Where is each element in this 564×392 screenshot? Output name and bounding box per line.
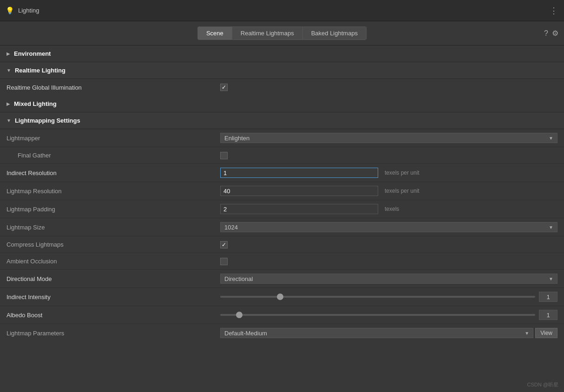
help-icon[interactable]: ?: [544, 29, 548, 38]
section-title-realtime-lighting: Realtime Lighting: [15, 67, 66, 74]
row-indirect-resolution: Indirect Resolution texels per unit: [0, 164, 564, 182]
dropdown-lightmap-parameters[interactable]: Default-Medium ▼: [220, 328, 533, 338]
dropdown-directional-mode[interactable]: Directional ▼: [220, 274, 557, 284]
section-title-environment: Environment: [14, 50, 51, 57]
section-header-realtime-lighting[interactable]: ▼ Realtime Lighting: [0, 62, 564, 79]
row-indirect-intensity: Indirect Intensity: [0, 288, 564, 306]
dropdown-lightmap-parameters-arrow: ▼: [525, 331, 529, 336]
watermark: CSDN @听星: [527, 381, 558, 388]
checkbox-realtime-gi[interactable]: [220, 84, 228, 91]
input-lightmap-padding[interactable]: [220, 204, 378, 214]
control-compress-lightmaps: [220, 241, 557, 248]
control-lightmap-parameters: Default-Medium ▼ View: [220, 328, 557, 338]
dropdown-lightmapper[interactable]: Enlighten ▼: [220, 133, 557, 143]
view-button-lightmap-parameters[interactable]: View: [535, 328, 557, 338]
row-lightmap-size: Lightmap Size 1024 ▼: [0, 218, 564, 236]
control-lightmap-padding: texels: [220, 204, 557, 214]
more-icon[interactable]: ⋮: [550, 6, 558, 15]
control-realtime-gi: [220, 84, 557, 91]
checkbox-ambient-occlusion[interactable]: [220, 258, 228, 265]
checkbox-compress-lightmaps[interactable]: [220, 241, 228, 248]
tab-baked-lightmaps[interactable]: Baked Lightmaps: [303, 27, 366, 39]
control-directional-mode: Directional ▼: [220, 274, 557, 284]
unit-lightmap-resolution: texels per unit: [385, 188, 420, 194]
slider-thumb-indirect-intensity[interactable]: [277, 294, 283, 300]
slider-track-albedo-boost[interactable]: [220, 314, 535, 316]
control-indirect-resolution: texels per unit: [220, 168, 557, 178]
row-ambient-occlusion: Ambient Occlusion: [0, 253, 564, 270]
title-bar-right: ⋮: [550, 6, 558, 16]
control-lightmap-size: 1024 ▼: [220, 222, 557, 232]
window-title: Lighting: [18, 7, 39, 14]
main-content: ▶ Environment ▼ Realtime Lighting Realti…: [0, 46, 564, 392]
checkbox-final-gather[interactable]: [220, 152, 228, 159]
section-realtime-lighting: ▼ Realtime Lighting Realtime Global Illu…: [0, 62, 564, 96]
section-title-mixed-lighting: Mixed Lighting: [14, 100, 57, 107]
label-indirect-resolution: Indirect Resolution: [7, 170, 220, 176]
slider-albedo-boost: [220, 310, 557, 320]
control-final-gather: [220, 152, 557, 159]
control-lightmap-resolution: texels per unit: [220, 186, 557, 196]
row-final-gather: Final Gather: [0, 147, 564, 164]
settings-icon[interactable]: ⚙: [552, 29, 558, 38]
arrow-icon-environment: ▶: [7, 51, 10, 56]
dropdown-directional-mode-arrow: ▼: [549, 276, 553, 281]
label-compress-lightmaps: Compress Lightmaps: [7, 241, 220, 248]
label-lightmapper: Lightmapper: [7, 135, 220, 142]
dropdown-lightmap-size-value: 1024: [224, 224, 238, 231]
control-albedo-boost: [220, 310, 557, 320]
arrow-icon-mixed-lighting: ▶: [7, 101, 10, 106]
input-indirect-intensity[interactable]: [539, 292, 557, 302]
dropdown-lightmap-parameters-value: Default-Medium: [224, 330, 267, 337]
row-lightmap-parameters: Lightmap Parameters Default-Medium ▼ Vie…: [0, 324, 564, 342]
title-bar: 💡 Lighting ⋮: [0, 0, 564, 21]
tab-scene[interactable]: Scene: [198, 27, 232, 39]
control-indirect-intensity: [220, 292, 557, 302]
section-body-lightmapping: Lightmapper Enlighten ▼ Final Gather Ind…: [0, 129, 564, 342]
row-directional-mode: Directional Mode Directional ▼: [0, 270, 564, 288]
label-lightmap-padding: Lightmap Padding: [7, 206, 220, 213]
toolbar: Scene Realtime Lightmaps Baked Lightmaps…: [0, 21, 564, 46]
input-indirect-resolution[interactable]: [220, 168, 378, 178]
row-compress-lightmaps: Compress Lightmaps: [0, 236, 564, 253]
label-final-gather: Final Gather: [7, 152, 220, 159]
row-lightmap-padding: Lightmap Padding texels: [0, 200, 564, 218]
input-lightmap-resolution[interactable]: [220, 186, 378, 196]
label-indirect-intensity: Indirect Intensity: [7, 294, 220, 301]
section-header-environment[interactable]: ▶ Environment: [0, 46, 564, 62]
title-bar-left: 💡 Lighting: [6, 7, 39, 15]
label-albedo-boost: Albedo Boost: [7, 312, 220, 319]
slider-thumb-albedo-boost[interactable]: [236, 312, 243, 318]
unit-lightmap-padding: texels: [385, 206, 399, 212]
dropdown-lightmap-size-arrow: ▼: [549, 225, 553, 230]
slider-indirect-intensity: [220, 292, 557, 302]
row-lightmapper: Lightmapper Enlighten ▼: [0, 129, 564, 147]
control-ambient-occlusion: [220, 258, 557, 265]
unit-indirect-resolution: texels per unit: [385, 170, 420, 176]
dropdown-lightmapper-value: Enlighten: [224, 135, 249, 142]
row-albedo-boost: Albedo Boost: [0, 306, 564, 324]
tab-realtime-lightmaps[interactable]: Realtime Lightmaps: [232, 27, 303, 39]
toolbar-right: ? ⚙: [544, 29, 558, 38]
section-mixed-lighting: ▶ Mixed Lighting: [0, 96, 564, 112]
label-lightmap-size: Lightmap Size: [7, 224, 220, 231]
row-lightmap-resolution: Lightmap Resolution texels per unit: [0, 182, 564, 200]
label-ambient-occlusion: Ambient Occlusion: [7, 258, 220, 265]
label-lightmap-parameters: Lightmap Parameters: [7, 330, 220, 337]
dropdown-lightmapper-arrow: ▼: [549, 136, 553, 141]
section-header-mixed-lighting[interactable]: ▶ Mixed Lighting: [0, 96, 564, 112]
label-lightmap-resolution: Lightmap Resolution: [7, 188, 220, 195]
tab-group: Scene Realtime Lightmaps Baked Lightmaps: [197, 26, 367, 40]
control-lightmapper: Enlighten ▼: [220, 133, 557, 143]
arrow-icon-lightmapping: ▼: [7, 118, 11, 123]
input-albedo-boost[interactable]: [539, 310, 557, 320]
dropdown-directional-mode-value: Directional: [224, 275, 253, 282]
row-realtime-gi: Realtime Global Illumination: [0, 79, 564, 96]
section-header-lightmapping[interactable]: ▼ Lightmapping Settings: [0, 112, 564, 129]
section-lightmapping-settings: ▼ Lightmapping Settings Lightmapper Enli…: [0, 112, 564, 342]
dropdown-lightmap-size[interactable]: 1024 ▼: [220, 222, 557, 232]
arrow-icon-realtime-lighting: ▼: [7, 68, 11, 73]
section-environment: ▶ Environment: [0, 46, 564, 62]
slider-track-indirect-intensity[interactable]: [220, 296, 535, 298]
section-body-realtime-lighting: Realtime Global Illumination: [0, 79, 564, 96]
